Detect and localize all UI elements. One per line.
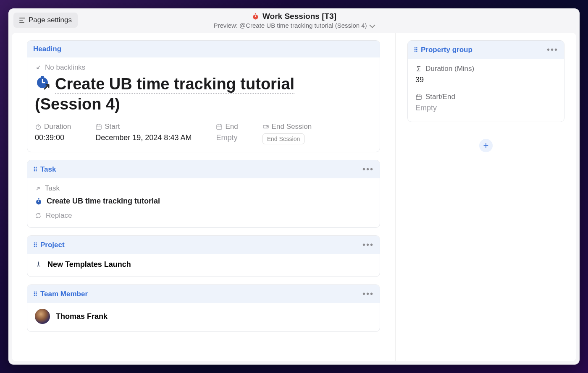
- task-card-title: Task: [40, 165, 56, 174]
- svg-rect-8: [38, 124, 39, 124]
- drag-handle-icon[interactable]: ⠿: [414, 47, 417, 53]
- heading-card-title: Heading: [33, 45, 61, 53]
- drag-handle-icon[interactable]: ⠿: [33, 291, 37, 297]
- more-button[interactable]: •••: [362, 164, 374, 174]
- start-value: December 19, 2024 8:43 AM: [95, 133, 192, 142]
- member-card-title: Team Member: [40, 290, 88, 298]
- startend-value: Empty: [415, 104, 556, 112]
- svg-rect-20: [38, 198, 39, 199]
- entry-title[interactable]: Create UB time tracking tutorial (Sessio…: [35, 74, 372, 114]
- title-suffix: (Session 4): [35, 95, 120, 113]
- svg-rect-22: [416, 95, 421, 99]
- backlinks-text: No backlinks: [45, 63, 85, 72]
- app-window: Page settings Work Sessions [T3] Preview…: [8, 8, 580, 365]
- settings-icon: [19, 18, 25, 23]
- stopwatch-small-icon: [35, 123, 42, 130]
- heading-props-row: Duration 00:39:00 Start December 19, 202…: [35, 123, 372, 144]
- property-group-header[interactable]: ⠿ Property group •••: [408, 41, 564, 59]
- end-label: End: [225, 123, 238, 131]
- svg-rect-14: [217, 125, 222, 129]
- calendar-icon: [216, 123, 223, 130]
- rocket-icon: [35, 260, 42, 269]
- replace-button[interactable]: Replace: [35, 211, 372, 220]
- start-label: Start: [105, 123, 120, 131]
- page-title-row: Work Sessions [T3]: [213, 12, 374, 21]
- side-column: ⠿ Property group ••• Duration (Mins) 39: [396, 33, 576, 361]
- startend-label: Start/End: [425, 93, 455, 101]
- stopwatch-icon: [252, 13, 259, 20]
- duration-value: 00:39:00: [35, 133, 71, 142]
- property-group-card: ⠿ Property group ••• Duration (Mins) 39: [407, 40, 564, 122]
- member-name: Thomas Frank: [56, 312, 108, 321]
- end-session-label: End Session: [272, 123, 312, 131]
- task-rel-label-text: Task: [45, 184, 60, 193]
- topbar-center: Work Sessions [T3] Preview: @Create UB t…: [213, 12, 374, 29]
- task-item-text: Create UB time tracking tutorial: [47, 197, 160, 206]
- member-card-header[interactable]: ⠿ Team Member •••: [27, 285, 380, 303]
- preview-prefix: Preview:: [213, 22, 238, 29]
- duration-mins-label: Duration (Mins): [425, 65, 474, 73]
- more-button[interactable]: •••: [547, 45, 558, 55]
- side-prop-duration[interactable]: Duration (Mins) 39: [415, 65, 556, 84]
- calendar-icon: [415, 94, 422, 100]
- more-button[interactable]: •••: [362, 240, 374, 250]
- heading-card: Heading No backlinks: [27, 40, 380, 152]
- content-area: Heading No backlinks: [12, 33, 576, 361]
- preview-dropdown[interactable]: Preview: @Create UB time tracking tutori…: [213, 22, 374, 29]
- prop-end-session: End Session End Session: [262, 123, 312, 144]
- stopwatch-shortcut-icon: [35, 75, 52, 92]
- end-session-button[interactable]: End Session: [262, 133, 305, 144]
- drag-handle-icon[interactable]: ⠿: [33, 242, 37, 248]
- chevron-down-icon: [370, 22, 375, 28]
- prop-end[interactable]: End Empty: [216, 123, 238, 144]
- project-card-title: Project: [40, 241, 65, 249]
- drag-handle-icon[interactable]: ⠿: [33, 166, 37, 173]
- prop-duration[interactable]: Duration 00:39:00: [35, 123, 71, 144]
- prop-start[interactable]: Start December 19, 2024 8:43 AM: [95, 123, 192, 144]
- task-card-body: Task Create UB time tracking tutorial Re…: [27, 178, 380, 227]
- window-title: Work Sessions [T3]: [262, 12, 336, 21]
- heading-card-header[interactable]: Heading: [27, 41, 380, 57]
- topbar: Page settings Work Sessions [T3] Preview…: [8, 8, 580, 33]
- replace-label: Replace: [46, 211, 72, 220]
- add-property-button[interactable]: +: [479, 139, 493, 152]
- task-card: ⠿ Task ••• Task Create UB time tracking …: [27, 160, 380, 228]
- svg-rect-4: [41, 76, 44, 78]
- sigma-icon: [415, 65, 422, 72]
- stopwatch-icon: [35, 198, 42, 205]
- heading-card-body: No backlinks Create UB time tracking t: [27, 57, 380, 152]
- side-prop-startend[interactable]: Start/End Empty: [415, 93, 556, 112]
- task-card-header[interactable]: ⠿ Task •••: [27, 160, 380, 178]
- svg-rect-1: [255, 13, 256, 14]
- calendar-icon: [95, 123, 102, 130]
- member-card-body: Thomas Frank: [27, 303, 380, 331]
- page-settings-button[interactable]: Page settings: [13, 13, 78, 28]
- property-group-title: Property group: [421, 46, 472, 54]
- duration-mins-value: 39: [415, 76, 556, 84]
- property-group-body: Duration (Mins) 39 Start/End Empty: [408, 59, 564, 122]
- button-icon: [262, 123, 269, 130]
- duration-label: Duration: [44, 123, 71, 131]
- member-item[interactable]: Thomas Frank: [35, 309, 372, 324]
- project-card-body: New Templates Launch: [27, 254, 380, 276]
- refresh-icon: [35, 212, 42, 219]
- avatar: [35, 309, 50, 324]
- backlinks-row[interactable]: No backlinks: [35, 63, 372, 72]
- project-item[interactable]: New Templates Launch: [35, 260, 372, 269]
- more-button[interactable]: •••: [362, 289, 374, 299]
- end-value: Empty: [216, 133, 238, 142]
- project-card-header[interactable]: ⠿ Project •••: [27, 236, 380, 254]
- svg-rect-10: [96, 125, 101, 129]
- page-settings-label: Page settings: [29, 16, 72, 24]
- task-relation-label: Task: [35, 184, 372, 193]
- project-item-text: New Templates Launch: [47, 260, 131, 269]
- preview-link: @Create UB time tracking tutorial (Sessi…: [239, 22, 367, 29]
- title-linked-part: Create UB time tracking tutorial: [55, 75, 294, 94]
- task-item[interactable]: Create UB time tracking tutorial: [35, 197, 372, 206]
- main-column: Heading No backlinks: [12, 33, 396, 361]
- member-card: ⠿ Team Member ••• Thomas Frank: [27, 284, 380, 332]
- arrow-in-icon: [35, 64, 42, 71]
- project-card: ⠿ Project ••• New Templates Launch: [27, 235, 380, 277]
- arrow-out-icon: [35, 185, 42, 192]
